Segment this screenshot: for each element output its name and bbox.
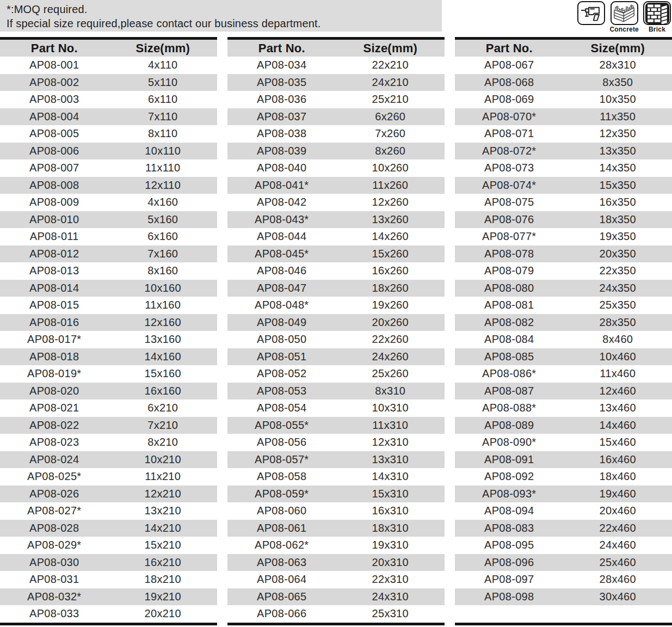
- part-no-cell: AP08-065: [227, 588, 336, 606]
- size-cell: 28x460: [564, 571, 672, 588]
- hammer-drill-icon: [577, 1, 605, 25]
- size-cell: 4x110: [109, 57, 218, 74]
- size-header: Size(mm): [564, 40, 672, 57]
- part-no-cell: AP08-014: [0, 280, 109, 297]
- table-row: AP08-058 14x310: [227, 468, 445, 485]
- table-row: AP08-088* 13x460: [455, 399, 672, 417]
- size-cell: 14x210: [109, 520, 218, 537]
- size-cell: 13x310: [336, 451, 445, 469]
- table-row: AP08-028 14x210: [0, 520, 217, 537]
- part-no-cell: AP08-041*: [227, 177, 336, 194]
- size-cell: 11x110: [109, 159, 218, 177]
- brick-icon-label: Brick: [649, 26, 665, 34]
- part-no-cell: AP08-095: [455, 537, 564, 554]
- part-no-cell: AP08-056: [227, 434, 336, 451]
- table-row: AP08-092 18x460: [455, 468, 672, 485]
- table-row: AP08-002 5x110: [0, 74, 217, 91]
- part-no-cell: AP08-038: [227, 125, 336, 143]
- table-row: AP08-041* 11x260: [227, 177, 445, 194]
- size-cell: 14x460: [564, 417, 672, 434]
- size-cell: 15x460: [564, 434, 672, 451]
- part-no-cell: AP08-067: [455, 57, 564, 74]
- size-cell: 14x310: [336, 468, 445, 485]
- part-no-cell: AP08-097: [455, 571, 564, 588]
- part-no-cell: AP08-083: [455, 520, 564, 537]
- part-no-cell: AP08-034: [227, 57, 336, 74]
- part-no-cell: AP08-013: [0, 262, 109, 280]
- size-cell: 10x310: [336, 399, 445, 417]
- part-no-cell: AP08-093*: [455, 485, 564, 503]
- size-cell: 7x210: [109, 417, 218, 434]
- table-row: AP08-082 28x350: [455, 314, 672, 331]
- table-row: AP08-040 10x260: [227, 159, 445, 177]
- table-row: AP08-029* 15x210: [0, 537, 217, 554]
- table-row: AP08-022 7x210: [0, 417, 217, 434]
- table-row: AP08-048* 19x260: [227, 297, 445, 314]
- size-cell: 28x350: [564, 314, 672, 331]
- part-no-cell: AP08-044: [227, 228, 336, 245]
- table-row: AP08-069 10x350: [455, 91, 672, 108]
- size-cell: 19x260: [336, 297, 445, 314]
- part-no-cell: AP08-033: [0, 605, 109, 623]
- size-cell: 24x460: [564, 537, 672, 554]
- table-row: AP08-031 18x210: [0, 571, 217, 588]
- size-cell: 19x460: [564, 485, 672, 503]
- size-cell: 24x260: [336, 348, 445, 366]
- part-no-cell: AP08-096: [455, 554, 564, 571]
- table-row: AP08-053 8x310: [227, 383, 445, 400]
- part-no-cell: AP08-057*: [227, 451, 336, 469]
- moq-note: *:MOQ required. If special size required…: [0, 0, 442, 32]
- table-row: AP08-063 20x310: [227, 554, 445, 571]
- size-cell: 15x210: [109, 537, 218, 554]
- part-no-cell: AP08-055*: [227, 417, 336, 434]
- part-no-cell: AP08-080: [455, 280, 564, 297]
- table-row: AP08-090* 15x460: [455, 434, 672, 451]
- part-no-cell: AP08-071: [455, 125, 564, 143]
- table-row: AP08-016 12x160: [0, 314, 217, 331]
- part-no-cell: AP08-021: [0, 399, 109, 417]
- table-row: AP08-072* 13x350: [455, 143, 672, 160]
- size-cell: 8x460: [564, 331, 672, 348]
- size-cell: 24x310: [336, 588, 445, 606]
- part-no-header: Part No.: [455, 40, 564, 57]
- table-row: AP08-068 8x350: [455, 74, 672, 91]
- table-row: AP08-003 6x110: [0, 91, 217, 108]
- table-row: AP08-093* 19x460: [455, 485, 672, 503]
- part-no-cell: AP08-094: [455, 502, 564, 520]
- size-cell: 11x460: [564, 365, 672, 383]
- size-cell: 11x350: [564, 108, 672, 126]
- part-no-cell: AP08-049: [227, 314, 336, 331]
- part-no-header: Part No.: [0, 40, 109, 57]
- table-row: AP08-044 14x260: [227, 228, 445, 245]
- table-row: AP08-007 11x110: [0, 159, 217, 177]
- size-cell: 14x260: [336, 228, 445, 245]
- size-header: Size(mm): [336, 40, 445, 57]
- part-no-cell: AP08-076: [455, 211, 564, 229]
- size-cell: 24x350: [564, 280, 672, 297]
- part-no-cell: AP08-082: [455, 314, 564, 331]
- part-no-cell: AP08-009: [0, 194, 109, 211]
- size-cell: 22x310: [336, 571, 445, 588]
- table-row: AP08-071 12x350: [455, 125, 672, 143]
- table-row: AP08-065 24x310: [227, 588, 445, 606]
- part-no-cell: AP08-073: [455, 159, 564, 177]
- size-cell: 18x350: [564, 211, 672, 229]
- size-cell: 22x460: [564, 520, 672, 537]
- table-row: AP08-089 14x460: [455, 417, 672, 434]
- table-row: AP08-084 8x460: [455, 331, 672, 348]
- part-no-cell: AP08-029*: [0, 537, 109, 554]
- part-no-cell: AP08-010: [0, 211, 109, 229]
- table-row: AP08-017* 13x160: [0, 331, 217, 348]
- size-cell: 15x310: [336, 485, 445, 503]
- part-no-cell: AP08-090*: [455, 434, 564, 451]
- table-row: AP08-067 28x310: [455, 57, 672, 74]
- table-row: AP08-043* 13x260: [227, 211, 445, 229]
- part-no-cell: AP08-086*: [455, 365, 564, 383]
- table-row: AP08-055* 11x310: [227, 417, 445, 434]
- table-row: AP08-038 7x260: [227, 125, 445, 143]
- table-header: Part No. Size(mm): [0, 37, 217, 57]
- brick-icon: [643, 1, 671, 25]
- part-no-cell: AP08-022: [0, 417, 109, 434]
- part-no-cell: AP08-087: [455, 383, 564, 400]
- size-cell: 7x110: [109, 108, 218, 126]
